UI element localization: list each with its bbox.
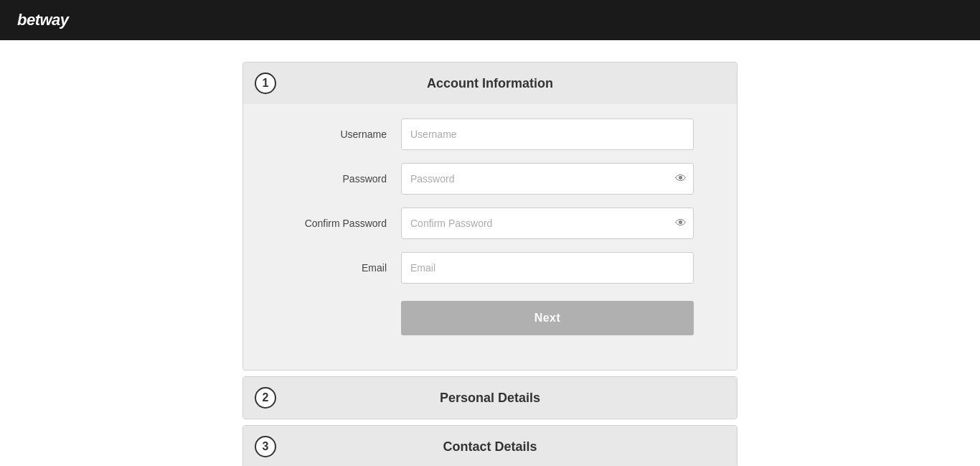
step-3-title: Contact Details: [276, 439, 704, 455]
password-label: Password: [286, 173, 401, 185]
confirm-password-row: Confirm Password 👁︎: [286, 208, 694, 239]
step-2-container[interactable]: 2 Personal Details: [242, 376, 738, 419]
password-input[interactable]: [401, 163, 694, 195]
step-3-number: 3: [255, 436, 276, 457]
email-input[interactable]: [401, 252, 694, 284]
header: betway: [0, 0, 980, 40]
username-row: Username: [286, 118, 694, 150]
step-1-title: Account Information: [276, 76, 704, 91]
step-2-number: 2: [255, 387, 276, 409]
password-row: Password 👁︎: [286, 163, 694, 195]
confirm-password-eye-icon[interactable]: 👁︎: [675, 217, 687, 230]
step-1-container: 1 Account Information Username Password …: [242, 62, 738, 371]
next-button-wrapper: Next: [401, 297, 694, 335]
step-1-number: 1: [255, 73, 276, 94]
confirm-password-label: Confirm Password: [286, 218, 401, 229]
password-eye-icon[interactable]: 👁︎: [675, 172, 687, 185]
email-label: Email: [286, 262, 401, 274]
next-button[interactable]: Next: [401, 301, 694, 335]
password-input-wrapper: 👁︎: [401, 163, 694, 195]
step-3-header: 3 Contact Details: [243, 426, 737, 466]
step-3-container[interactable]: 3 Contact Details: [242, 425, 738, 466]
confirm-password-input[interactable]: [401, 208, 694, 239]
confirm-password-input-wrapper: 👁︎: [401, 208, 694, 239]
logo: betway: [17, 11, 69, 29]
step-1-header: 1 Account Information: [243, 62, 737, 104]
account-info-form: Username Password 👁︎ Confirm Password 👁︎: [243, 104, 737, 370]
main-content: 1 Account Information Username Password …: [0, 40, 980, 466]
next-button-row: Next: [286, 297, 694, 335]
username-input-wrapper: [401, 118, 694, 150]
email-input-wrapper: [401, 252, 694, 284]
username-input[interactable]: [401, 118, 694, 150]
step-2-header: 2 Personal Details: [243, 377, 737, 419]
username-label: Username: [286, 129, 401, 140]
email-row: Email: [286, 252, 694, 284]
step-2-title: Personal Details: [276, 391, 704, 406]
